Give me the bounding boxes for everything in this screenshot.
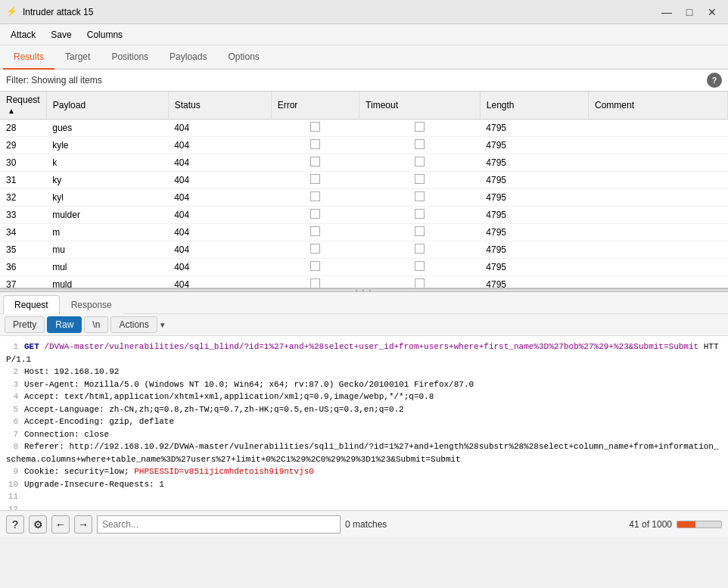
app-icon: ⚡ xyxy=(6,6,18,18)
newline-button[interactable]: \n xyxy=(84,316,108,333)
cell-timeout xyxy=(359,137,481,154)
cell-length: 4795 xyxy=(480,189,588,207)
col-status[interactable]: Status xyxy=(168,92,271,120)
resize-dots-icon: • • • xyxy=(356,287,373,294)
help-button[interactable]: ? xyxy=(707,73,722,88)
cell-error xyxy=(271,120,359,137)
cell-status: 404 xyxy=(168,137,271,154)
cell-comment xyxy=(588,172,727,189)
cell-comment xyxy=(588,189,727,207)
cell-error xyxy=(271,172,359,189)
table-row[interactable]: 35 mu 404 4795 xyxy=(0,241,728,259)
cell-num: 36 xyxy=(0,259,46,276)
col-error[interactable]: Error xyxy=(271,92,359,120)
cell-num: 28 xyxy=(0,120,46,137)
line-text: Referer: http://192.168.10.92/DVWA-maste… xyxy=(6,442,719,464)
cell-payload: mu xyxy=(46,241,168,259)
line-number: 5 xyxy=(6,403,18,416)
req-resp-tabbar: Request Response xyxy=(0,292,728,314)
cell-error xyxy=(271,241,359,259)
cell-status: 404 xyxy=(168,207,271,224)
main-tabbar: Results Target Positions Payloads Option… xyxy=(0,45,728,70)
cell-num: 29 xyxy=(0,137,46,154)
tab-payloads[interactable]: Payloads xyxy=(159,45,217,70)
col-payload[interactable]: Payload xyxy=(46,92,168,120)
cell-payload: muld xyxy=(46,276,168,289)
line-text: Connection: close xyxy=(24,430,109,439)
table-row[interactable]: 31 ky 404 4795 xyxy=(0,172,728,189)
col-request[interactable]: Request ▲ xyxy=(0,92,46,120)
cell-num: 32 xyxy=(0,189,46,207)
cell-payload: m xyxy=(46,224,168,241)
settings-button[interactable]: ⚙ xyxy=(29,515,47,534)
table-row[interactable]: 36 mul 404 4795 xyxy=(0,259,728,276)
cell-comment xyxy=(588,137,727,154)
window-controls: — □ ✕ xyxy=(657,5,722,20)
menubar: Attack Save Columns xyxy=(0,24,728,45)
tab-response[interactable]: Response xyxy=(60,295,123,314)
cell-payload: gues xyxy=(46,120,168,137)
line-number: 1 xyxy=(6,341,18,353)
back-button[interactable]: ← xyxy=(51,515,70,534)
progress-fill xyxy=(677,521,695,527)
table-row[interactable]: 32 kyl 404 4795 xyxy=(0,189,728,207)
close-button[interactable]: ✕ xyxy=(702,5,722,20)
forward-button[interactable]: → xyxy=(74,515,92,534)
cell-timeout xyxy=(359,154,481,172)
cell-status: 404 xyxy=(168,241,271,259)
cell-error xyxy=(271,259,359,276)
table-row[interactable]: 29 kyle 404 4795 xyxy=(0,137,728,154)
cell-error xyxy=(271,189,359,207)
cell-status: 404 xyxy=(168,224,271,241)
cell-comment xyxy=(588,241,727,259)
actions-dropdown[interactable]: Actions ▼ xyxy=(110,316,166,333)
line-number: 4 xyxy=(6,390,18,403)
cell-error xyxy=(271,137,359,154)
cell-num: 31 xyxy=(0,172,46,189)
col-comment[interactable]: Comment xyxy=(588,92,727,120)
question-button[interactable]: ? xyxy=(6,515,24,534)
cell-timeout xyxy=(359,259,481,276)
request-line: 11 xyxy=(6,490,722,503)
tab-positions[interactable]: Positions xyxy=(101,45,159,70)
status-text: 41 of 1000 xyxy=(629,519,672,530)
menu-columns[interactable]: Columns xyxy=(79,26,130,43)
line-text: Cookie: security=low; PHPSESSID=v851ijic… xyxy=(24,467,314,476)
cell-length: 4795 xyxy=(480,259,588,276)
table-row[interactable]: 28 gues 404 4795 xyxy=(0,120,728,137)
request-line: 7Connection: close xyxy=(6,428,722,441)
request-line: 1GET /DVWA-master/vulnerabilities/sqli_b… xyxy=(6,341,722,366)
actions-button[interactable]: Actions xyxy=(110,316,157,333)
menu-save[interactable]: Save xyxy=(43,26,79,43)
cell-payload: mul xyxy=(46,259,168,276)
cell-payload: kyle xyxy=(46,137,168,154)
maximize-button[interactable]: □ xyxy=(680,5,699,20)
table-row[interactable]: 33 mulder 404 4795 xyxy=(0,207,728,224)
cell-num: 35 xyxy=(0,241,46,259)
menu-attack[interactable]: Attack xyxy=(3,26,43,43)
cell-status: 404 xyxy=(168,259,271,276)
cell-length: 4795 xyxy=(480,172,588,189)
cell-timeout xyxy=(359,276,481,289)
table-row[interactable]: 30 k 404 4795 xyxy=(0,154,728,172)
search-input[interactable] xyxy=(97,515,341,534)
line-number: 9 xyxy=(6,465,18,478)
tab-options[interactable]: Options xyxy=(217,45,269,70)
minimize-button[interactable]: — xyxy=(657,5,677,20)
tab-target[interactable]: Target xyxy=(54,45,101,70)
tab-request[interactable]: Request xyxy=(3,295,60,314)
col-timeout[interactable]: Timeout xyxy=(359,92,481,120)
table-row[interactable]: 34 m 404 4795 xyxy=(0,224,728,241)
line-text: Host: 192.168.10.92 xyxy=(24,367,119,376)
request-line: 8Referer: http://192.168.10.92/DVWA-mast… xyxy=(6,440,722,465)
raw-button[interactable]: Raw xyxy=(47,316,82,333)
request-line: 10Upgrade-Insecure-Requests: 1 xyxy=(6,478,722,491)
request-line: 2Host: 192.168.10.92 xyxy=(6,366,722,378)
pretty-button[interactable]: Pretty xyxy=(5,316,45,333)
col-length[interactable]: Length xyxy=(480,92,588,120)
cell-comment xyxy=(588,120,727,137)
cell-error xyxy=(271,224,359,241)
cell-timeout xyxy=(359,189,481,207)
cell-num: 30 xyxy=(0,154,46,172)
tab-results[interactable]: Results xyxy=(3,45,54,70)
